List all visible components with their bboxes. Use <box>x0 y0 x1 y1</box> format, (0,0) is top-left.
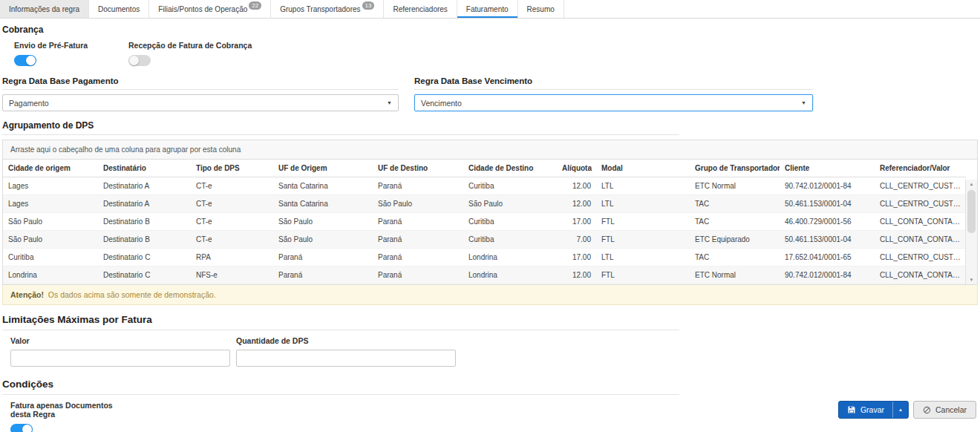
cell-modal: LTL <box>596 195 690 213</box>
cell-cidade-de-origem: Lages <box>3 177 98 195</box>
cell-grupo-de-transportador: ETC Normal <box>690 266 780 284</box>
save-button-label: Gravar <box>860 405 884 414</box>
column-header-cidade-de-origem[interactable]: Cidade de origem <box>3 160 98 177</box>
cell-modal: LTL <box>596 249 690 266</box>
condicoes-toggle-area: Fatura apenas Documentos desta Regra <box>10 401 980 432</box>
cell-grupo-de-transportador: ETC Equiparado <box>690 231 780 249</box>
cell-cidade-de-origem: Curitiba <box>3 249 98 266</box>
cell-aliquota: 7.00 <box>557 231 596 249</box>
cell-cliente: 50.461.153/0001-04 <box>780 231 875 249</box>
scroll-up-icon[interactable]: ▲ <box>966 182 977 186</box>
column-header-modal[interactable]: Modal <box>596 160 690 177</box>
toggle-group-recepcao-de-fatura-de-cobranca: Recepção de Fatura de Cobrança <box>128 41 252 66</box>
cell-uf-de-destino: São Paulo <box>373 195 463 213</box>
cell-cidade-de-destino: Londrina <box>463 249 557 266</box>
tab-label: Documentos <box>98 5 140 13</box>
save-button[interactable]: Gravar <box>839 402 892 418</box>
column-header-uf-de-origem[interactable]: UF de Origem <box>273 160 373 177</box>
tab-label: Faturamento <box>466 5 509 13</box>
cell-uf-de-origem: Paraná <box>273 266 373 284</box>
warning-text: Os dados acima são somente de demonstraç… <box>46 290 216 299</box>
cell-cidade-de-destino: Londrina <box>463 266 557 284</box>
cell-destinatario: Destinatario A <box>98 195 191 213</box>
toggle-recepcao-de-fatura-de-cobranca[interactable] <box>128 55 151 66</box>
cell-cidade-de-destino: Curitiba <box>463 231 557 249</box>
toggle-envio-de-pre-fatura[interactable] <box>14 55 36 66</box>
cell-tipo-de-dps: CT-e <box>191 177 273 195</box>
column-header-aliquota[interactable]: Alíquota <box>557 160 596 177</box>
tab-bar: Informações da regraDocumentosFiliais/Po… <box>0 0 980 19</box>
tab-badge: 22 <box>249 1 261 10</box>
cell-grupo-de-transportador: TAC <box>690 195 780 213</box>
table-row[interactable]: LondrinaDestinatario CNFS-eParanáParanáL… <box>3 266 966 284</box>
tab-grupos-transportadores[interactable]: Grupos Transportadores13 <box>271 0 384 18</box>
toggle-knob <box>22 425 32 432</box>
toggle-group-envio-de-pre-fatura: Envio de Pré-Fatura <box>14 41 128 66</box>
table-scrollbar[interactable]: ▲ ▼ <box>965 180 977 284</box>
tab-badge: 13 <box>362 1 375 10</box>
table-row[interactable]: CuritibaDestinatario CRPAParanáParanáLon… <box>3 249 966 266</box>
group-drop-area[interactable]: Arraste aqui o cabeçalho de uma coluna p… <box>3 140 977 160</box>
limitacoes-fields: ValorQuantidade de DPS <box>10 336 980 367</box>
cancel-button-label: Cancelar <box>935 405 967 414</box>
cell-referenciador-valor: CLL_CONTA_CONTABIL: DEPART_A <box>875 266 966 284</box>
dps-table: Cidade de origemDestinatárioTipo de DPSU… <box>3 160 966 284</box>
toggle-fatura-apenas-documentos-desta-regra[interactable] <box>10 424 33 432</box>
column-header-destinatario[interactable]: Destinatário <box>98 160 191 177</box>
cell-cliente: 17.652.041/0001-65 <box>780 249 875 266</box>
tab-referenciadores[interactable]: Referenciadores <box>384 0 457 18</box>
tab-resumo[interactable]: Resumo <box>518 0 564 18</box>
column-header-cliente[interactable]: Cliente <box>780 160 875 177</box>
chevron-down-icon: ▼ <box>387 100 392 105</box>
scrollbar-thumb[interactable] <box>967 190 976 233</box>
tab-documentos[interactable]: Documentos <box>89 0 149 18</box>
regra-vencimento-select[interactable]: Vencimento ▼ <box>414 94 813 111</box>
field-label: Valor <box>10 336 230 345</box>
toggle-label: Recepção de Fatura de Cobrança <box>128 41 252 50</box>
input-valor[interactable] <box>10 350 230 367</box>
table-row[interactable]: LagesDestinatario ACT-eSanta CatarinaPar… <box>3 177 966 195</box>
cell-aliquota: 12.00 <box>557 195 596 213</box>
scroll-down-icon[interactable]: ▼ <box>966 278 977 282</box>
cell-cidade-de-origem: Londrina <box>3 266 98 284</box>
regra-pagamento-select[interactable]: Pagamento ▼ <box>2 94 399 111</box>
cell-referenciador-valor: CLL_CENTRO_CUSTO: TL_DIST <box>875 249 966 266</box>
input-quantidade-de-dps[interactable] <box>236 350 456 367</box>
regra-vencimento-value: Vencimento <box>421 99 462 108</box>
tab-filiais-pontos-de-operacao[interactable]: Filiais/Pontos de Operação22 <box>149 0 271 18</box>
tab-label: Resumo <box>527 5 555 13</box>
dps-grid: Arraste aqui o cabeçalho de uma coluna p… <box>2 140 978 285</box>
cell-cidade-de-origem: São Paulo <box>3 231 98 249</box>
column-header-grupo-de-transportador[interactable]: Grupo de Transportador <box>690 160 780 177</box>
cancel-button[interactable]: Cancelar <box>913 401 976 419</box>
column-header-uf-de-destino[interactable]: UF de Destino <box>373 160 463 177</box>
cell-aliquota: 17.00 <box>557 249 596 266</box>
cell-uf-de-origem: Paraná <box>273 249 373 266</box>
cell-uf-de-origem: Santa Catarina <box>273 177 373 195</box>
table-row[interactable]: São PauloDestinatario BCT-eSão PauloPara… <box>3 231 966 249</box>
section-cobranca-title: Cobrança <box>2 24 980 35</box>
cell-cliente: 90.742.012/0001-84 <box>780 177 875 195</box>
table-row[interactable]: São PauloDestinatario BCT-eSão PauloPara… <box>3 213 966 231</box>
warning-strong: Atenção! <box>10 290 44 299</box>
column-header-cidade-de-destino[interactable]: Cidade de Destino <box>463 160 557 177</box>
save-options-button[interactable]: ▲ <box>892 402 908 418</box>
cell-modal: FTL <box>596 231 690 249</box>
cell-destinatario: Destinatario A <box>98 177 191 195</box>
cell-destinatario: Destinatario B <box>98 231 191 249</box>
cell-grupo-de-transportador: TAC <box>690 249 780 266</box>
table-row[interactable]: LagesDestinatario ACT-eSanta CatarinaSão… <box>3 195 966 213</box>
cell-uf-de-origem: São Paulo <box>273 213 373 231</box>
cell-uf-de-destino: Paraná <box>373 213 463 231</box>
column-header-tipo-de-dps[interactable]: Tipo de DPS <box>191 160 273 177</box>
date-base-rules-row: Regra Data Base Pagamento Pagamento ▼ Re… <box>2 76 980 111</box>
cell-uf-de-destino: Paraná <box>373 266 463 284</box>
section-limitacoes-title: Limitações Máximas por Fatura <box>2 314 679 330</box>
tab-faturamento[interactable]: Faturamento <box>457 0 518 18</box>
regra-pagamento-value: Pagamento <box>9 99 49 108</box>
cell-cidade-de-destino: Curitiba <box>463 177 557 195</box>
cell-cliente: 46.400.729/0001-56 <box>780 213 875 231</box>
cell-referenciador-valor: CLL_CENTRO_CUSTO: TL_DIST <box>875 195 966 213</box>
tab-informacoes-da-regra[interactable]: Informações da regra <box>0 0 89 18</box>
column-header-referenciador-valor[interactable]: Referenciador/Valor <box>875 160 966 177</box>
